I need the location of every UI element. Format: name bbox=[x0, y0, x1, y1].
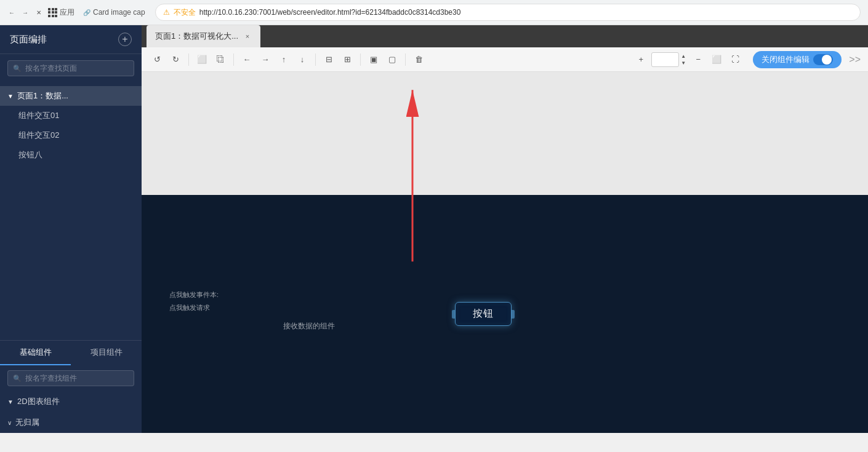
canvas-area[interactable]: 接收数据的组件 点我触发事件本: 点我触发请求 按钮 bbox=[142, 72, 868, 433]
futuristic-button-wrapper: 按钮 bbox=[443, 301, 523, 327]
apps-label: 应用 bbox=[60, 7, 74, 18]
component-search-icon: 🔍 bbox=[13, 375, 22, 383]
toggle-circle bbox=[822, 55, 832, 65]
apps-grid-icon bbox=[48, 8, 57, 17]
dark-canvas-content: 接收数据的组件 点我触发事件本: 点我触发请求 按钮 bbox=[142, 195, 868, 433]
editor-area: 页面1：数据可视化大... × ↺ ↻ ⬜ ⿻ ← → ↑ ↓ ⊟ ⊞ ▣ ▢ … bbox=[142, 25, 868, 433]
redo-button[interactable]: ↻ bbox=[167, 52, 183, 68]
component-search-box[interactable]: 🔍 bbox=[7, 370, 134, 386]
forward-button[interactable]: → bbox=[21, 8, 30, 17]
zoom-in-button[interactable]: + bbox=[633, 52, 649, 68]
reload-button[interactable]: ✕ bbox=[34, 8, 43, 17]
component-panel: 基础组件 项目组件 🔍 ▼ 2D图表组件 ∨ 无归属 bbox=[0, 340, 142, 433]
editor-tab-close-button[interactable]: × bbox=[243, 32, 252, 41]
canvas-light-zone bbox=[142, 72, 868, 195]
canvas-dark-zone: 接收数据的组件 点我触发事件本: 点我触发请求 按钮 bbox=[142, 195, 868, 433]
align-up-button[interactable]: ↑ bbox=[276, 52, 292, 68]
sidebar-header: 页面编排 + bbox=[0, 25, 142, 54]
event-label-2: 点我触发请求 bbox=[169, 303, 219, 312]
toolbar-separator-4 bbox=[360, 54, 361, 66]
sidebar: 页面编排 + 🔍 ▼ 页面1：数据... 组件交互01 组件交互02 按钮八 bbox=[0, 25, 142, 433]
editor-toolbar: ↺ ↻ ⬜ ⿻ ← → ↑ ↓ ⊟ ⊞ ▣ ▢ 🗑 + 59% bbox=[142, 47, 868, 72]
zoom-controls: + 59% ▲ ▼ − ⬜ ⛶ bbox=[633, 52, 743, 68]
zoom-input[interactable]: 59% bbox=[651, 52, 679, 67]
component-search-input[interactable] bbox=[25, 374, 129, 383]
align-left-button[interactable]: ← bbox=[239, 52, 255, 68]
editor-tab-bar: 页面1：数据可视化大... × bbox=[142, 25, 868, 47]
toolbar-separator-5 bbox=[405, 54, 406, 66]
align-right-button[interactable]: → bbox=[257, 52, 273, 68]
sidebar-page-parent-label: 页面1：数据... bbox=[17, 90, 68, 101]
comp-group-collapse-icon: ▼ bbox=[7, 398, 14, 405]
comp-group-2d-header[interactable]: ▼ 2D图表组件 bbox=[7, 396, 134, 407]
tree-collapse-icon: ▼ bbox=[7, 93, 14, 100]
toolbar-separator-2 bbox=[233, 54, 234, 66]
bookmark-item[interactable]: 🔗 Card image cap bbox=[83, 8, 145, 17]
tab-basic-components[interactable]: 基础组件 bbox=[0, 341, 71, 365]
toggle-switch[interactable] bbox=[813, 54, 833, 65]
browser-nav-bar: ← → ✕ 应用 🔗 Card image cap ⚠ 不安全 http://1… bbox=[0, 0, 868, 25]
security-warning-icon: ⚠ bbox=[163, 8, 170, 17]
browser-chrome: ← → ✕ 应用 🔗 Card image cap ⚠ 不安全 http://1… bbox=[0, 0, 868, 25]
canvas-button[interactable]: 按钮 bbox=[455, 302, 512, 326]
paste-button[interactable]: ⿻ bbox=[212, 52, 228, 68]
undo-button[interactable]: ↺ bbox=[149, 52, 165, 68]
apps-button[interactable]: 应用 bbox=[48, 7, 74, 18]
toolbar-separator-3 bbox=[315, 54, 316, 66]
component-group-unattributed: ∨ 无归属 bbox=[0, 412, 142, 433]
url-text: http://10.0.16.230:7001/web/screen/edito… bbox=[199, 8, 461, 17]
sidebar-search-icon: 🔍 bbox=[13, 65, 22, 73]
sidebar-page-tree: ▼ 页面1：数据... 组件交互01 组件交互02 按钮八 bbox=[0, 82, 142, 340]
sidebar-page-parent[interactable]: ▼ 页面1：数据... bbox=[0, 86, 142, 106]
editor-tab-label: 页面1：数据可视化大... bbox=[155, 31, 238, 42]
fullscreen-button[interactable]: ⛶ bbox=[727, 52, 743, 68]
event-label-1: 点我触发事件本: bbox=[169, 290, 219, 299]
ungroup-button[interactable]: ▢ bbox=[384, 52, 400, 68]
sidebar-add-button[interactable]: + bbox=[118, 33, 132, 46]
component-tabs: 基础组件 项目组件 bbox=[0, 341, 142, 365]
editor-tab-page1[interactable]: 页面1：数据可视化大... × bbox=[147, 25, 260, 47]
toolbar-separator-1 bbox=[188, 54, 189, 66]
receive-data-label: 接收数据的组件 bbox=[283, 320, 335, 331]
toolbar-more-button[interactable]: >> bbox=[849, 54, 861, 65]
sidebar-item-component2[interactable]: 组件交互02 bbox=[0, 125, 142, 145]
align-h-button[interactable]: ⊟ bbox=[321, 52, 337, 68]
delete-button[interactable]: 🗑 bbox=[411, 52, 427, 68]
comp-group-unattr-label: 无归属 bbox=[15, 417, 39, 428]
zoom-steppers: ▲ ▼ bbox=[679, 53, 688, 66]
align-down-button[interactable]: ↓ bbox=[294, 52, 310, 68]
sidebar-item-button8[interactable]: 按钮八 bbox=[0, 145, 142, 165]
close-component-edit-label: 关闭组件编辑 bbox=[762, 54, 810, 65]
sidebar-title: 页面编排 bbox=[10, 34, 47, 46]
bookmark-label: Card image cap bbox=[93, 8, 145, 17]
zoom-up-button[interactable]: ▲ bbox=[679, 53, 688, 60]
zoom-down-button[interactable]: ▼ bbox=[679, 60, 688, 66]
fit-page-button[interactable]: ⬜ bbox=[709, 52, 725, 68]
security-warning-text: 不安全 bbox=[174, 7, 196, 18]
main-layout: 页面编排 + 🔍 ▼ 页面1：数据... 组件交互01 组件交互02 按钮八 bbox=[0, 25, 868, 433]
address-bar[interactable]: ⚠ 不安全 http://10.0.16.230:7001/web/screen… bbox=[155, 4, 861, 21]
zoom-out-button[interactable]: − bbox=[690, 52, 706, 68]
align-v-button[interactable]: ⊞ bbox=[339, 52, 355, 68]
group-button[interactable]: ▣ bbox=[366, 52, 382, 68]
sidebar-search-box[interactable]: 🔍 bbox=[7, 60, 134, 76]
copy-button[interactable]: ⬜ bbox=[194, 52, 210, 68]
back-button[interactable]: ← bbox=[7, 8, 16, 17]
event-labels-container: 点我触发事件本: 点我触发请求 bbox=[169, 290, 219, 312]
tab-project-components[interactable]: 项目组件 bbox=[71, 341, 142, 365]
comp-group-unattr-collapse-icon: ∨ bbox=[7, 419, 12, 426]
sidebar-item-component1[interactable]: 组件交互01 bbox=[0, 106, 142, 125]
comp-group-unattr-header[interactable]: ∨ 无归属 bbox=[7, 417, 134, 428]
close-component-edit-button[interactable]: 关闭组件编辑 bbox=[753, 51, 842, 68]
comp-group-2d-label: 2D图表组件 bbox=[17, 396, 60, 407]
bookmark-icon: 🔗 bbox=[83, 9, 90, 16]
sidebar-search-input[interactable] bbox=[25, 64, 129, 73]
futuristic-button: 按钮 bbox=[443, 301, 523, 327]
component-group-2d-charts: ▼ 2D图表组件 bbox=[0, 391, 142, 412]
